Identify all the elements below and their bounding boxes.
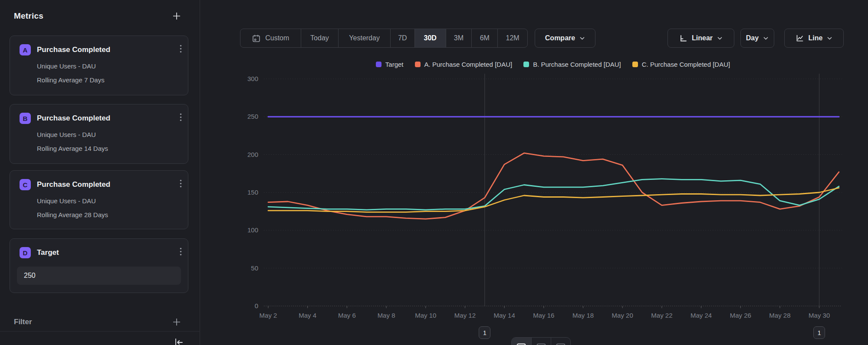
granularity-select-button[interactable]: Day	[740, 29, 774, 48]
app: 050100150200250300May 2May 4May 6May 8Ma…	[0, 0, 868, 345]
target-card-header: D Target	[20, 247, 181, 258]
chart-type-select-button[interactable]: Line	[784, 29, 844, 48]
sidebar: Metrics A Purchase Completed Unique User…	[0, 0, 200, 345]
metric-card-b[interactable]: B Purchase Completed Unique Users - DAU …	[10, 104, 188, 164]
plus-icon	[172, 317, 181, 327]
compare-button[interactable]: Compare	[535, 29, 595, 48]
scale-label: Linear	[692, 34, 713, 42]
x-tick-label: May 18	[572, 312, 594, 319]
range-label: 12M	[506, 34, 519, 42]
x-tick-label: May 26	[730, 312, 751, 319]
range-yesterday[interactable]: Yesterday	[338, 29, 390, 47]
y-tick-label: 50	[251, 264, 258, 272]
metric-badge-c: C	[20, 179, 31, 190]
x-tick-label: May 16	[533, 312, 554, 319]
split-view-icon	[556, 343, 566, 345]
metric-badge-b: B	[20, 113, 31, 124]
chevron-down-icon	[827, 36, 832, 41]
legend-item-c[interactable]: C. Purchase Completed [DAU]	[632, 61, 730, 68]
linear-axis-icon	[679, 34, 687, 42]
legend-swatch	[523, 62, 529, 67]
metric-menu-button[interactable]	[179, 179, 183, 189]
chevron-down-icon	[717, 36, 723, 41]
y-tick-label: 250	[247, 113, 258, 120]
calendar-icon	[252, 34, 261, 43]
sidebar-header: Metrics	[14, 10, 182, 23]
x-tick-label: May 12	[454, 312, 476, 319]
metrics-title: Metrics	[14, 11, 43, 21]
chart-legend: Target A. Purchase Completed [DAU] B. Pu…	[264, 61, 842, 68]
legend-swatch	[415, 62, 421, 67]
range-30d[interactable]: 30D	[414, 29, 446, 47]
legend-swatch	[632, 62, 638, 67]
metric-subtitle-transform: Rolling Average 28 Days	[37, 211, 181, 218]
metric-card-c[interactable]: C Purchase Completed Unique Users - DAU …	[10, 170, 188, 229]
kebab-icon	[180, 179, 182, 188]
legend-label: Target	[385, 61, 404, 68]
range-label: 6M	[480, 34, 490, 42]
metric-subtitle-source: Unique Users - DAU	[37, 197, 181, 205]
metric-subtitle-source: Unique Users - DAU	[37, 131, 181, 138]
metric-title: Purchase Completed	[37, 46, 110, 54]
metric-title: Purchase Completed	[37, 180, 110, 189]
metric-title: Purchase Completed	[37, 114, 110, 123]
x-tick-label: May 8	[378, 312, 395, 319]
target-title: Target	[37, 248, 59, 257]
metric-subtitle-transform: Rolling Average 14 Days	[37, 145, 181, 152]
series-line-b[interactable]	[268, 179, 839, 210]
range-12m[interactable]: 12M	[497, 29, 527, 47]
range-custom[interactable]: Custom	[240, 29, 301, 47]
target-value-input[interactable]	[17, 267, 181, 285]
legend-label: A. Purchase Completed [DAU]	[424, 61, 513, 68]
range-6m[interactable]: 6M	[471, 29, 497, 47]
kebab-icon	[180, 113, 182, 121]
annotation-badge[interactable]: 1	[479, 326, 490, 339]
chart-type-label: Line	[809, 34, 823, 42]
y-tick-label: 200	[247, 151, 258, 158]
chevron-down-icon	[579, 36, 585, 41]
x-tick-label: May 6	[338, 312, 356, 319]
target-card[interactable]: D Target	[10, 238, 188, 293]
x-tick-label: May 22	[651, 312, 672, 319]
view-split-button[interactable]	[551, 338, 570, 345]
legend-item-b[interactable]: B. Purchase Completed [DAU]	[523, 61, 621, 68]
legend-item-a[interactable]: A. Purchase Completed [DAU]	[415, 61, 513, 68]
range-label: Yesterday	[349, 34, 380, 42]
y-tick-label: 0	[255, 302, 258, 309]
range-label: Custom	[265, 34, 289, 42]
legend-item-target[interactable]: Target	[376, 61, 404, 68]
metric-subtitle-source: Unique Users - DAU	[37, 62, 181, 70]
kebab-icon	[180, 45, 182, 53]
annotation-badge[interactable]: 1	[813, 326, 825, 339]
range-7d[interactable]: 7D	[390, 29, 414, 47]
granularity-label: Day	[746, 34, 759, 42]
metric-card-header: A Purchase Completed	[20, 44, 181, 55]
collapse-sidebar-button[interactable]	[173, 336, 185, 345]
scale-select-button[interactable]: Linear	[667, 29, 734, 48]
target-menu-button[interactable]	[179, 247, 183, 257]
range-3m[interactable]: 3M	[446, 29, 472, 47]
add-filter-button[interactable]	[171, 316, 182, 328]
x-tick-label: May 20	[612, 312, 633, 319]
y-tick-label: 100	[247, 226, 258, 234]
filter-section-header: Filter	[14, 316, 182, 328]
y-tick-label: 300	[247, 75, 258, 82]
range-label: 30D	[424, 34, 436, 42]
kebab-icon	[180, 247, 182, 256]
x-tick-label: May 28	[769, 312, 790, 319]
view-chart-button[interactable]	[512, 338, 531, 345]
chart-view-icon	[516, 343, 526, 345]
metric-menu-button[interactable]	[179, 44, 183, 54]
add-metric-button[interactable]	[171, 10, 182, 22]
range-today[interactable]: Today	[301, 29, 339, 47]
x-tick-label: May 10	[415, 312, 436, 319]
metric-card-header: C Purchase Completed	[20, 179, 181, 190]
metric-menu-button[interactable]	[179, 112, 183, 122]
collapse-sidebar-icon	[174, 337, 184, 345]
metric-badge-a: A	[20, 44, 31, 55]
legend-label: C. Purchase Completed [DAU]	[642, 61, 730, 68]
metric-card-a[interactable]: A Purchase Completed Unique Users - DAU …	[10, 36, 188, 95]
x-tick-label: May 4	[299, 312, 316, 319]
series-line-c[interactable]	[268, 188, 839, 212]
view-table-button[interactable]	[531, 338, 551, 345]
